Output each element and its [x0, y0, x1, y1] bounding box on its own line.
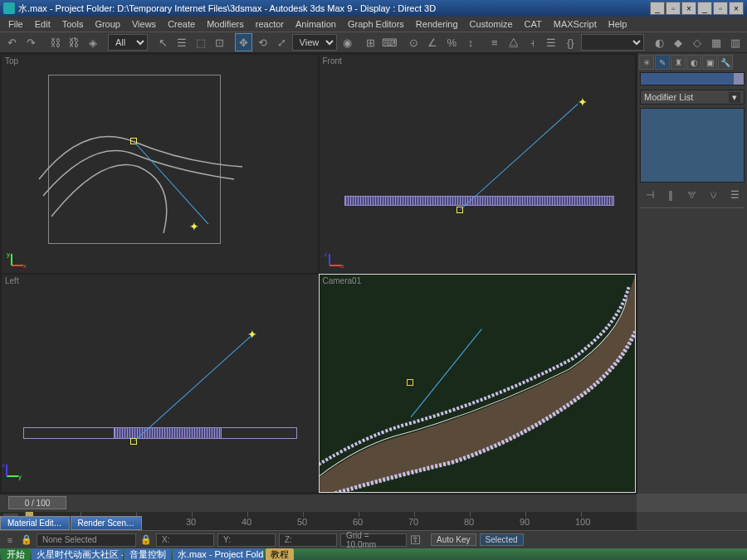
- link-button[interactable]: ⛓: [46, 33, 64, 51]
- align-button[interactable]: ⫞: [524, 33, 541, 51]
- target-line-left: [134, 334, 252, 441]
- status-bar: ≡ 🔒 None Selected 🔒 X: Y: Z: Grid = 10.0…: [0, 530, 747, 548]
- manipulate-button[interactable]: ⊞: [362, 33, 379, 51]
- object-left-inner: [114, 427, 222, 439]
- taskbar-item[interactable]: 教程: [266, 548, 294, 561]
- float-tab-render[interactable]: Render Scen…: [71, 516, 142, 530]
- mirror-button[interactable]: ⧋: [505, 33, 522, 51]
- light-icon-front[interactable]: ✦: [577, 96, 588, 108]
- layers-button[interactable]: ☰: [543, 33, 560, 51]
- quick-render-button[interactable]: ◇: [688, 33, 706, 51]
- light-icon-left[interactable]: ✦: [247, 329, 258, 340]
- angle-snap-button[interactable]: ∠: [424, 33, 442, 51]
- render-scene-button[interactable]: ◆: [670, 33, 687, 51]
- coord-x[interactable]: X:: [156, 533, 214, 547]
- viewport-front[interactable]: Front ✦ x z: [320, 55, 636, 273]
- menu-rendering[interactable]: Rendering: [411, 18, 463, 30]
- script-button[interactable]: ≡: [3, 535, 17, 545]
- autokey-button[interactable]: Auto Key: [431, 533, 476, 546]
- gizmo-handle-cam[interactable]: [407, 379, 413, 386]
- menu-modifiers[interactable]: Modifiers: [202, 18, 249, 30]
- move-button[interactable]: ✥: [235, 33, 252, 51]
- render-preset-button[interactable]: ▥: [726, 33, 744, 51]
- tab-motion[interactable]: ◐: [686, 55, 701, 70]
- menu-edit[interactable]: Edit: [30, 18, 56, 30]
- tab-display[interactable]: ▣: [702, 55, 717, 70]
- start-button[interactable]: 开始: [2, 548, 30, 561]
- selection-filter[interactable]: All: [108, 34, 148, 51]
- float-tab-material[interactable]: Material Edit…: [0, 516, 70, 530]
- menu-create[interactable]: Create: [163, 18, 200, 30]
- tab-modify[interactable]: ✎: [655, 55, 670, 70]
- show-end-button[interactable]: ‖: [663, 187, 678, 202]
- rect-select-button[interactable]: ⬚: [192, 33, 209, 51]
- selection-lock-button[interactable]: 🔒: [139, 534, 153, 545]
- time-slider-bar[interactable]: 0 / 100: [0, 494, 637, 512]
- unlink-button[interactable]: ⛓̸: [65, 33, 82, 51]
- inner-minimize-button[interactable]: _: [697, 2, 712, 15]
- make-unique-button[interactable]: ⩔: [685, 187, 700, 202]
- menu-views[interactable]: Views: [127, 18, 161, 30]
- menu-reactor[interactable]: reactor: [251, 18, 289, 30]
- light-icon[interactable]: ✦: [188, 221, 200, 232]
- menu-group[interactable]: Group: [90, 18, 125, 30]
- lock-icon[interactable]: 🔒: [20, 534, 33, 545]
- configure-button[interactable]: ☰: [727, 187, 742, 202]
- chevron-down-icon[interactable]: ▾: [729, 92, 740, 103]
- coord-y[interactable]: Y:: [217, 533, 276, 547]
- menu-customize[interactable]: Customize: [465, 18, 518, 30]
- inner-restore-button[interactable]: ▫: [713, 2, 728, 15]
- modifier-stack[interactable]: [640, 108, 745, 183]
- ref-coord-system[interactable]: View: [292, 34, 337, 51]
- select-name-button[interactable]: ☰: [173, 33, 190, 51]
- tab-create[interactable]: ✳: [639, 55, 654, 70]
- spinner-snap-button[interactable]: ↕: [462, 33, 480, 51]
- percent-snap-button[interactable]: %: [443, 33, 461, 51]
- tick-label: 40: [242, 517, 251, 527]
- key-icon[interactable]: ⚿: [410, 533, 421, 546]
- bind-button[interactable]: ◈: [84, 33, 101, 51]
- menu-file[interactable]: File: [3, 18, 28, 30]
- selected-button[interactable]: Selected: [480, 533, 524, 546]
- menu-tools[interactable]: Tools: [57, 18, 89, 30]
- taskbar-item[interactable]: 火星时代动画大社区 - …: [32, 548, 123, 561]
- named-sel-button[interactable]: ≡: [486, 33, 503, 51]
- coord-z[interactable]: Z:: [279, 533, 337, 547]
- keyboard-button[interactable]: ⌨: [381, 33, 398, 51]
- menu-grapheditors[interactable]: Graph Editors: [343, 18, 409, 30]
- named-selection-set[interactable]: [581, 34, 644, 51]
- redo-button[interactable]: ↷: [22, 33, 40, 51]
- menu-cat[interactable]: CAT: [520, 18, 547, 30]
- render-last-button[interactable]: ▦: [707, 33, 725, 51]
- curve-editor-button[interactable]: {}: [562, 33, 579, 51]
- pin-stack-button[interactable]: ⊣: [642, 187, 657, 202]
- time-slider[interactable]: 0 / 100: [8, 496, 66, 509]
- scale-button[interactable]: ⤢: [273, 33, 290, 51]
- menu-help[interactable]: Help: [603, 18, 632, 30]
- rollout-area[interactable]: [640, 207, 745, 492]
- taskbar-item[interactable]: 水.max - Project Fold…: [173, 548, 264, 561]
- taskbar-item[interactable]: 音量控制: [124, 548, 171, 561]
- pivot-button[interactable]: ◉: [339, 33, 356, 51]
- viewport-top[interactable]: Top ✦ x y: [2, 55, 318, 273]
- remove-mod-button[interactable]: ⩒: [706, 187, 721, 202]
- inner-close-button[interactable]: ×: [729, 2, 744, 15]
- snap-button[interactable]: ⊙: [405, 33, 422, 51]
- modifier-list-dropdown[interactable]: Modifier List ▾: [640, 90, 745, 105]
- undo-button[interactable]: ↶: [3, 33, 21, 51]
- window-crossing-button[interactable]: ⊡: [211, 33, 228, 51]
- minimize-button[interactable]: _: [650, 2, 665, 15]
- close-button[interactable]: ×: [681, 2, 696, 15]
- tab-utilities[interactable]: 🔧: [718, 55, 733, 70]
- rotate-button[interactable]: ⟲: [254, 33, 271, 51]
- axis-gizmo-top: x y: [12, 241, 37, 266]
- material-button[interactable]: ◐: [651, 33, 668, 51]
- tab-hierarchy[interactable]: ♜: [671, 55, 686, 70]
- select-button[interactable]: ↖: [154, 33, 172, 51]
- viewport-camera[interactable]: Camera01: [320, 275, 636, 493]
- object-name-field[interactable]: [640, 72, 745, 85]
- restore-button[interactable]: ▫: [666, 2, 681, 15]
- menu-animation[interactable]: Animation: [290, 18, 341, 30]
- viewport-left[interactable]: Left ✦ y z: [2, 275, 318, 493]
- menu-maxscript[interactable]: MAXScript: [549, 18, 602, 30]
